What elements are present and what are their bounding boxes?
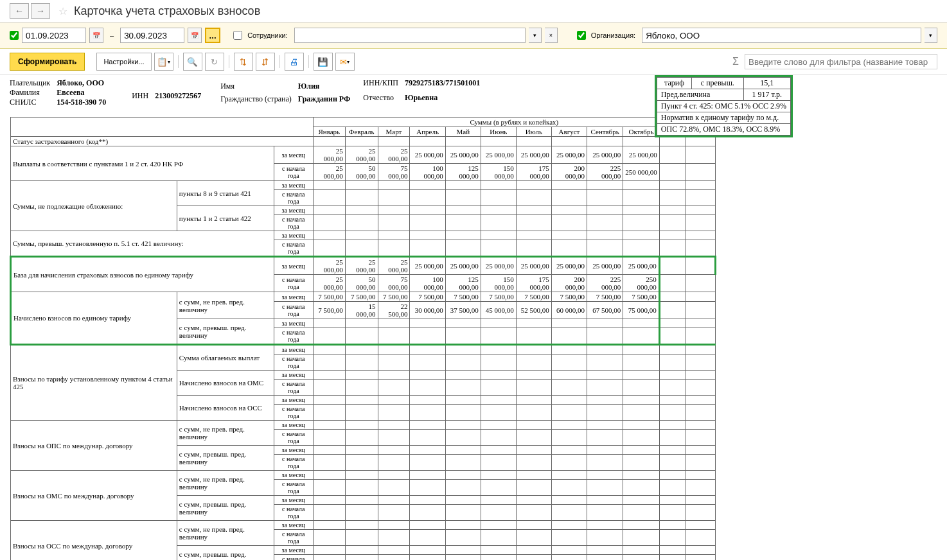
table-cell	[481, 181, 516, 190]
org-dropdown-icon[interactable]: ▾	[925, 28, 937, 43]
table-cell: 22 500,00	[378, 302, 410, 319]
table-cell	[659, 275, 686, 292]
tariff-line2: Норматив к единому тарифу по м.д.	[657, 112, 790, 124]
citizenship-value: Гражданин РФ	[298, 94, 351, 104]
table-cell	[686, 328, 716, 345]
table-cell: 7 500,00	[623, 292, 660, 302]
email-button[interactable]: ✉▾	[335, 53, 355, 71]
page-title: Карточка учета страховых взносов	[74, 4, 260, 18]
text-filter-input[interactable]	[745, 54, 937, 69]
table-cell	[686, 231, 716, 240]
table-cell	[587, 380, 623, 396]
table-cell	[587, 328, 623, 345]
table-cell	[313, 137, 345, 146]
print-button[interactable]: 🖨	[285, 53, 304, 71]
org-checkbox[interactable]	[577, 31, 586, 40]
table-cell	[587, 546, 623, 555]
table-cell	[445, 231, 481, 240]
table-cell	[659, 354, 686, 371]
table-cell	[345, 421, 378, 430]
table-cell	[345, 371, 378, 380]
date-to-calendar-icon[interactable]: 📅	[188, 28, 202, 43]
table-cell	[410, 471, 445, 480]
oss_intl-row: Взносы на ОСС по междунар. договору	[11, 521, 177, 561]
sigma-icon[interactable]: Σ	[732, 56, 739, 67]
table-cell	[445, 215, 481, 231]
copy-settings-button[interactable]: 📋▾	[154, 53, 173, 71]
expand-button[interactable]: ⇅	[234, 53, 253, 71]
table-cell: 25 000,00	[551, 146, 587, 164]
refresh-button[interactable]: ↻	[205, 53, 224, 71]
table-cell	[551, 231, 587, 240]
employees-clear-button[interactable]: ×	[545, 28, 558, 43]
table-cell	[410, 328, 445, 345]
table-cell	[659, 421, 686, 430]
table-cell	[345, 480, 378, 496]
favorite-icon[interactable]: ☆	[58, 5, 67, 17]
table-cell	[686, 240, 716, 257]
inn-kpp-label: ИНН/КПП	[363, 78, 398, 88]
employees-checkbox[interactable]	[233, 31, 242, 40]
table-cell	[445, 480, 481, 496]
table-cell	[587, 319, 623, 328]
date-from-checkbox[interactable]	[10, 31, 19, 40]
date-separator: –	[110, 31, 114, 39]
table-cell	[659, 555, 686, 561]
table-cell	[410, 354, 445, 371]
forward-button[interactable]: →	[31, 3, 50, 19]
table-cell: 7 500,00	[378, 292, 410, 302]
table-cell	[516, 328, 551, 345]
limit-label: Пред.величина	[657, 89, 743, 101]
table-cell	[551, 421, 587, 430]
table-cell	[551, 206, 587, 215]
table-cell	[410, 430, 445, 446]
table-cell	[686, 396, 716, 405]
table-cell	[378, 328, 410, 345]
table-cell	[516, 206, 551, 215]
table-cell	[481, 530, 516, 546]
table-cell	[686, 505, 716, 521]
table-cell	[686, 555, 716, 561]
table-cell	[516, 521, 551, 530]
table-cell	[345, 240, 378, 257]
inn-kpp-value: 7929275183/771501001	[405, 78, 480, 88]
table-cell	[551, 521, 587, 530]
table-cell: 7 500,00	[516, 292, 551, 302]
org-input[interactable]	[642, 28, 921, 43]
table-cell	[410, 505, 445, 521]
table-cell	[516, 555, 551, 561]
table-cell	[345, 354, 378, 371]
table-cell	[686, 521, 716, 530]
table-cell	[587, 181, 623, 190]
table-cell	[659, 190, 686, 206]
period-label: с начала года	[274, 164, 313, 181]
employees-input[interactable]	[294, 28, 526, 43]
search-button[interactable]: 🔍	[183, 53, 202, 71]
table-cell	[659, 164, 686, 181]
table-cell	[378, 231, 410, 240]
settings-button[interactable]: Настройки...	[96, 53, 151, 71]
table-cell	[481, 455, 516, 471]
date-from-input[interactable]	[22, 28, 86, 43]
date-to-input[interactable]	[120, 28, 184, 43]
table-cell	[587, 471, 623, 480]
date-ellipsis-button[interactable]: ...	[205, 28, 220, 43]
table-cell	[378, 430, 410, 446]
table-cell	[481, 231, 516, 240]
oms_intl-row: Взносы на ОМС по междунар. договору	[11, 471, 177, 521]
main-data-table[interactable]: Суммы (в рублях и копейках)ЯнварьФевраль…	[10, 117, 716, 560]
table-cell	[551, 345, 587, 354]
table-cell	[551, 240, 587, 257]
employees-dropdown-icon[interactable]: ▾	[529, 28, 542, 43]
table-cell: 25 000,00	[378, 146, 410, 164]
table-cell	[659, 302, 686, 319]
table-cell	[313, 546, 345, 555]
no-tax-row: Суммы, не подлежащие обложению:	[11, 181, 177, 231]
save-button[interactable]: 💾	[314, 53, 333, 71]
collapse-button[interactable]: ⇵	[256, 53, 275, 71]
back-button[interactable]: ←	[10, 3, 29, 19]
table-cell: 75 000,00	[378, 164, 410, 181]
table-cell	[345, 455, 378, 471]
date-from-calendar-icon[interactable]: 📅	[89, 28, 103, 43]
generate-button[interactable]: Сформировать	[10, 53, 85, 71]
